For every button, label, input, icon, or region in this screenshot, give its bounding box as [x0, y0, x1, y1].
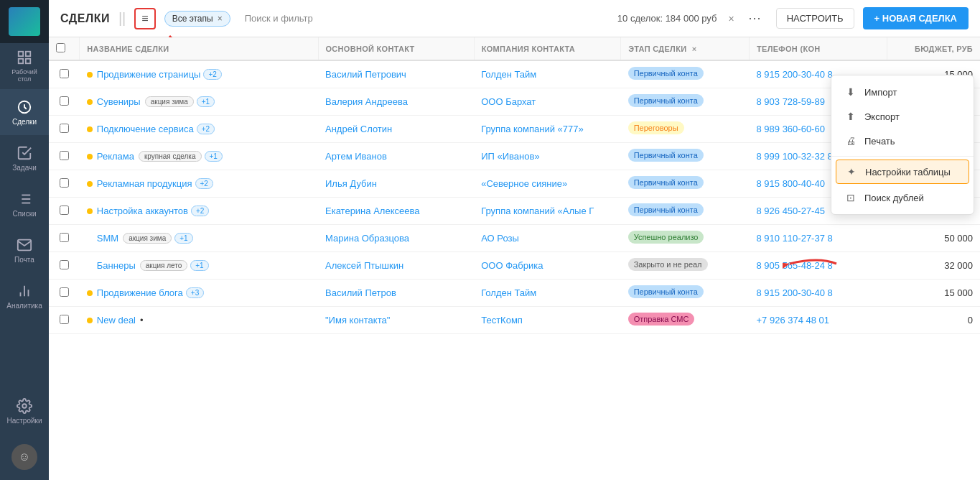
table-container: НАЗВАНИЕ СДЕЛКИ ОСНОВНОЙ КОНТАКТ КОМПАНИ…: [49, 37, 980, 480]
row-company-cell: ООО Фабрика: [474, 252, 620, 280]
phone-link[interactable]: 8 989 360-60-60: [757, 124, 825, 134]
company-link[interactable]: Голден Тайм: [481, 287, 536, 298]
row-checkbox[interactable]: [60, 96, 69, 106]
dashboard-icon: [17, 50, 32, 65]
row-contact-cell: Екатерина Алексеева: [318, 198, 474, 225]
company-link[interactable]: АО Розы: [481, 233, 519, 244]
company-link[interactable]: Голден Тайм: [481, 69, 536, 80]
sidebar-item-lists[interactable]: Списки: [0, 181, 49, 227]
context-menu-table-settings-label: Настройки таблицы: [865, 167, 951, 177]
row-checkbox[interactable]: [60, 315, 69, 324]
row-company-cell: «Северное сияние»: [474, 170, 620, 198]
sidebar-item-analytics[interactable]: Аналитика: [0, 273, 49, 319]
company-link[interactable]: ИП «Иванов»: [481, 151, 539, 162]
row-checkbox[interactable]: [60, 287, 69, 297]
contact-link[interactable]: Андрей Слотин: [325, 124, 392, 134]
company-link[interactable]: «Северное сияние»: [481, 178, 567, 189]
row-checkbox[interactable]: [60, 233, 69, 242]
settings-icon: [17, 398, 32, 414]
row-checkbox[interactable]: [60, 178, 69, 188]
contact-link[interactable]: Василий Петров: [325, 287, 396, 298]
company-link[interactable]: Группа компаний «777»: [481, 124, 584, 134]
phone-link[interactable]: 8 999 100-32-32 8: [757, 151, 833, 162]
header-more-button[interactable]: ···: [743, 8, 767, 29]
deal-name-link[interactable]: Продвижение блога: [97, 287, 183, 298]
context-menu-import[interactable]: ⬇ Импорт: [831, 80, 974, 104]
deal-dot: [87, 290, 93, 296]
deals-count-close-icon[interactable]: ×: [728, 13, 734, 24]
contact-link[interactable]: "Имя контакта": [325, 315, 390, 326]
sidebar-logo: [0, 0, 49, 43]
stage-badge: Закрыто и не реал: [628, 258, 708, 271]
svg-rect-3: [26, 59, 30, 63]
phone-link[interactable]: 8 915 800-40-40: [757, 178, 825, 189]
row-checkbox[interactable]: [60, 206, 69, 215]
company-link[interactable]: Группа компаний «Алые Г: [481, 206, 594, 216]
deal-name-link[interactable]: Баннеры: [97, 260, 136, 271]
export-icon: ⬆: [844, 111, 857, 122]
table-row: Продвижение блога+3Василий ПетровГолден …: [49, 280, 980, 307]
th-contact: ОСНОВНОЙ КОНТАКТ: [318, 37, 474, 60]
analytics-icon: [17, 283, 32, 299]
phone-link[interactable]: +7 926 374 48 01: [757, 315, 830, 326]
select-all-checkbox[interactable]: [56, 43, 65, 52]
sidebar-item-dashboard[interactable]: Рабочий стол: [0, 43, 49, 89]
contact-link[interactable]: Алексей Птышкин: [325, 260, 403, 271]
deal-name-link[interactable]: New deal: [97, 315, 136, 326]
deal-name-link[interactable]: Рекламная продукция: [97, 178, 192, 189]
sidebar-item-deals[interactable]: Сделки: [0, 89, 49, 135]
search-filter-input[interactable]: Поиск и фильтр: [239, 10, 319, 27]
deal-dot: [87, 126, 93, 132]
phone-link[interactable]: 8 915 200-30-40 8: [757, 287, 833, 298]
filter-tag-close-icon[interactable]: ×: [218, 14, 223, 24]
sidebar-avatar[interactable]: ☺: [0, 434, 49, 480]
deal-name-link[interactable]: Продвижение страницы: [97, 69, 201, 80]
stage-badge: Первичный конта: [628, 285, 704, 298]
filter-tag-all-stages[interactable]: Все этапы ×: [164, 11, 230, 27]
sidebar-item-settings[interactable]: Настройки: [0, 388, 49, 434]
phone-link[interactable]: 8 915 200-30-40 8: [757, 69, 833, 80]
row-checkbox-cell: [49, 307, 80, 334]
deal-dot: [87, 154, 93, 160]
contact-link[interactable]: Артем Иванов: [325, 151, 387, 162]
row-contact-cell: Василий Петрович: [318, 60, 474, 88]
row-checkbox[interactable]: [60, 151, 69, 160]
context-menu-find-duplicates[interactable]: ⊡ Поиск дублей: [831, 185, 974, 210]
context-menu-table-settings[interactable]: ✦ Настройки таблицы: [836, 160, 969, 184]
contact-link[interactable]: Марина Образцова: [325, 233, 409, 244]
row-contact-cell: Василий Петров: [318, 280, 474, 307]
row-deal-name-cell: New deal•: [80, 307, 318, 334]
contact-link[interactable]: Василий Петрович: [325, 69, 406, 80]
row-contact-cell: "Имя контакта": [318, 307, 474, 334]
sidebar-item-tasks[interactable]: Задачи: [0, 135, 49, 181]
phone-link[interactable]: 8 910 110-27-37 8: [757, 233, 833, 244]
context-menu-print[interactable]: 🖨 Печать: [831, 129, 974, 153]
deal-name-link[interactable]: Сувениры: [97, 96, 141, 107]
contact-link[interactable]: Валерия Андреева: [325, 96, 408, 107]
row-checkbox[interactable]: [60, 124, 69, 133]
deal-tag: крупная сделка: [139, 151, 202, 162]
settings-button[interactable]: НАСТРОИТЬ: [776, 8, 854, 29]
deal-name-link[interactable]: Настройка аккаунтов: [97, 206, 188, 216]
new-deal-button[interactable]: + НОВАЯ СДЕЛКА: [863, 7, 969, 29]
company-link[interactable]: ООО Бархат: [481, 96, 536, 107]
phone-link[interactable]: 8 903 728-59-89: [757, 96, 825, 107]
row-checkbox[interactable]: [60, 260, 69, 269]
sidebar-item-mail[interactable]: Почта: [0, 227, 49, 273]
context-menu-export[interactable]: ⬆ Экспорт: [831, 104, 974, 129]
stage-filter-close-icon[interactable]: ×: [692, 45, 697, 53]
row-checkbox-cell: [49, 280, 80, 307]
view-toggle-button[interactable]: ≡: [134, 8, 155, 29]
deal-name-link[interactable]: Реклама: [97, 151, 134, 162]
contact-link[interactable]: Илья Дубин: [325, 178, 377, 189]
company-link[interactable]: ТестКомп: [481, 315, 523, 326]
contact-link[interactable]: Екатерина Алексеева: [325, 206, 419, 216]
deal-name-link[interactable]: Подключение сервиса: [97, 124, 194, 134]
stage-badge: Первичный конта: [628, 67, 704, 80]
phone-link[interactable]: 8 926 450-27-45: [757, 206, 825, 216]
phone-link[interactable]: 8 905 565-48-24 8: [757, 260, 833, 271]
deal-tag: акция зима: [145, 96, 194, 107]
deal-name-link[interactable]: SMM: [97, 233, 118, 244]
row-checkbox[interactable]: [60, 69, 69, 78]
company-link[interactable]: ООО Фабрика: [481, 260, 543, 271]
